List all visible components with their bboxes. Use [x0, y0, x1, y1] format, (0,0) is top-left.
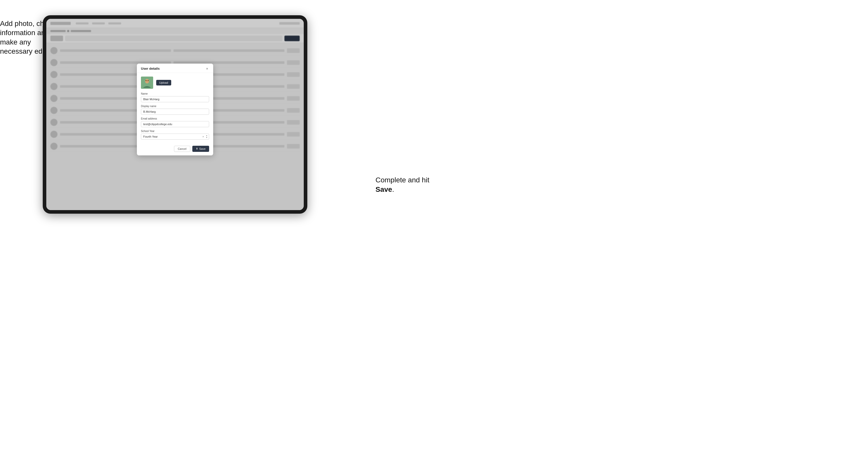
close-button[interactable]: ×	[205, 67, 209, 71]
clear-icon[interactable]: ×	[203, 135, 204, 138]
tablet-screen: User details ×	[46, 19, 304, 210]
name-field-group: Name	[141, 92, 209, 102]
modal-body: Upload Name Display name Email addre	[137, 73, 213, 146]
email-field-group: Email address	[141, 117, 209, 127]
annotation-right: Complete and hit Save.	[375, 176, 431, 194]
school-year-field-group: School Year × ▲ ▼	[141, 130, 209, 139]
display-name-input[interactable]	[141, 108, 209, 115]
save-label: Save	[199, 147, 206, 150]
modal-overlay: User details ×	[46, 19, 304, 210]
up-arrow-icon[interactable]: ▲	[206, 134, 208, 136]
spinner-arrows[interactable]: ▲ ▼	[206, 134, 208, 138]
modal-title: User details	[141, 67, 160, 70]
user-photo-thumbnail	[141, 76, 153, 89]
display-name-label: Display name	[141, 105, 209, 107]
display-name-field-group: Display name	[141, 105, 209, 115]
svg-point-5	[146, 80, 147, 81]
name-input[interactable]	[141, 96, 209, 102]
email-input[interactable]	[141, 121, 209, 127]
svg-point-6	[148, 80, 149, 81]
school-year-wrapper: × ▲ ▼	[141, 133, 209, 139]
svg-point-4	[145, 79, 149, 84]
school-year-label: School Year	[141, 130, 209, 132]
photo-row: Upload	[141, 76, 209, 89]
save-icon: ⬆	[196, 147, 198, 150]
upload-button[interactable]: Upload	[156, 80, 171, 86]
email-label: Email address	[141, 117, 209, 120]
modal-footer: Cancel ⬆ Save	[137, 146, 213, 155]
school-year-input[interactable]	[141, 133, 209, 139]
modal-header: User details ×	[137, 64, 213, 73]
cancel-button[interactable]: Cancel	[174, 146, 190, 152]
user-details-modal: User details ×	[137, 64, 213, 155]
save-button[interactable]: ⬆ Save	[192, 146, 209, 152]
tablet-device: User details ×	[43, 15, 307, 214]
name-label: Name	[141, 92, 209, 95]
down-arrow-icon[interactable]: ▼	[206, 136, 208, 138]
